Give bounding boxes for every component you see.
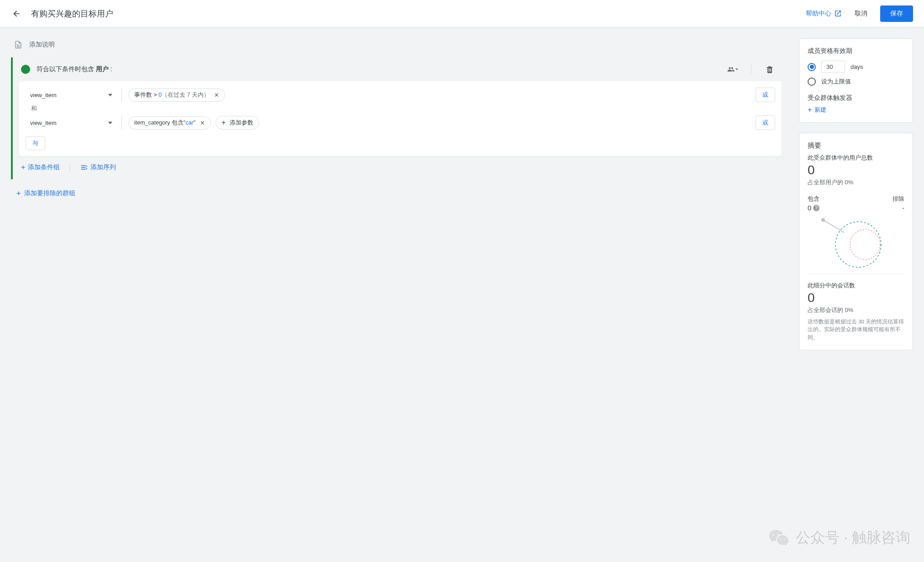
side-column: 成员资格有效期 30 days 设为上限值 受众群体触发器 + 新建 摘要 此受… <box>799 38 913 350</box>
description-row[interactable]: 添加说明 <box>11 38 788 57</box>
exclude-label: 排除 <box>892 195 904 203</box>
exclude-value: - <box>902 204 904 212</box>
summary-card: 摘要 此受众群体中的用户总数 0 占全部用户的 0% 包含 0 ? 排除 - <box>799 133 913 350</box>
and-connector-label: 和 <box>26 104 775 114</box>
condition-chip[interactable]: item_category 包含"car" ✕ <box>128 116 211 130</box>
group-title-suffix: : <box>109 65 112 73</box>
add-parameter-chip[interactable]: + 添加参数 <box>215 116 259 130</box>
membership-title: 成员资格有效期 <box>808 47 904 55</box>
duration-radio-row[interactable]: 30 days <box>808 61 904 73</box>
or-button[interactable]: 或 <box>756 88 775 102</box>
divider <box>70 163 70 172</box>
svg-point-1 <box>821 218 825 222</box>
new-label: 新建 <box>814 106 826 114</box>
include-label: 包含 <box>808 195 819 203</box>
add-exclude-label: 添加要排除的群组 <box>24 189 75 198</box>
add-seq-label: 添加序列 <box>90 163 116 172</box>
add-sequence-link[interactable]: 添加序列 <box>80 163 116 172</box>
users-label: 此受众群体中的用户总数 <box>808 154 904 162</box>
svg-point-3 <box>850 229 880 260</box>
venn-diagram <box>808 212 904 266</box>
add-condition-group-link[interactable]: + 添加条件组 <box>21 163 60 172</box>
users-pct: 占全部用户的 0% <box>808 178 904 187</box>
save-button[interactable]: 保存 <box>880 5 913 22</box>
main-column: 添加说明 符合以下条件时包含 用户 : <box>11 38 788 198</box>
summary-note: 这些数据是根据过去 30 天的情况估算得出的。实际的受众群体规模可能有所不同。 <box>808 318 904 342</box>
include-value-text: 0 <box>808 204 811 212</box>
event-name: view_item <box>30 92 57 99</box>
plus-icon: + <box>21 163 25 172</box>
chip-text: 事件数 > 0（在过去 7 天内） <box>134 91 210 99</box>
event-name: view_item <box>30 120 57 126</box>
group-title-prefix: 符合以下条件时包含 <box>37 65 96 73</box>
include-indicator-icon <box>21 65 30 74</box>
group-title: 符合以下条件时包含 用户 : <box>37 65 112 73</box>
and-button[interactable]: 与 <box>26 136 45 150</box>
event-selector[interactable]: view_item <box>26 88 117 102</box>
divider <box>808 274 904 274</box>
remove-chip-icon[interactable]: ✕ <box>199 120 205 126</box>
include-exclude-row: 包含 0 ? 排除 - <box>808 195 904 212</box>
trigger-title: 受众群体触发器 <box>808 94 904 102</box>
top-bar-right: 帮助中心 取消 保存 <box>806 5 913 22</box>
remove-chip-icon[interactable]: ✕ <box>213 92 219 99</box>
chip-row: 事件数 > 0（在过去 7 天内） ✕ <box>121 88 751 102</box>
group-header-right <box>727 64 777 75</box>
include-value: 0 ? <box>808 204 819 212</box>
plus-icon: + <box>221 119 226 127</box>
radio-selected-icon[interactable] <box>808 63 816 71</box>
summary-title: 摘要 <box>808 141 904 150</box>
or-button[interactable]: 或 <box>756 115 775 130</box>
include-group-panel: 符合以下条件时包含 用户 : view_i <box>11 57 788 179</box>
chevron-down-icon <box>108 93 112 97</box>
sessions-label: 此细分中的会话数 <box>808 281 904 290</box>
help-link-label: 帮助中心 <box>806 10 831 18</box>
group-header-left: 符合以下条件时包含 用户 : <box>21 65 112 74</box>
description-placeholder: 添加说明 <box>29 41 55 49</box>
top-bar-left: 有购买兴趣的目标用户 <box>11 8 113 19</box>
sessions-pct: 占全部会话的 0% <box>808 306 904 314</box>
condition-row: view_item 事件数 > 0（在过去 7 天内） ✕ 或 <box>26 86 775 104</box>
scope-dropdown[interactable] <box>727 64 738 75</box>
svg-line-0 <box>823 220 844 233</box>
condition-chip[interactable]: 事件数 > 0（在过去 7 天内） ✕ <box>128 88 225 102</box>
sequence-icon <box>80 164 88 171</box>
chip-text: item_category 包含"car" <box>134 119 195 127</box>
cancel-button[interactable]: 取消 <box>855 10 867 18</box>
divider <box>751 64 751 74</box>
description-icon <box>14 40 23 49</box>
include-col: 包含 0 ? <box>808 195 819 212</box>
group-header: 符合以下条件时包含 用户 : <box>13 57 788 81</box>
max-label: 设为上限值 <box>821 78 851 86</box>
plus-icon: + <box>808 106 812 114</box>
trash-icon <box>765 65 774 74</box>
add-exclude-group-link[interactable]: + 添加要排除的群组 <box>11 189 788 198</box>
max-radio-row[interactable]: 设为上限值 <box>808 78 904 86</box>
group-footer-actions: + 添加条件组 添加序列 <box>13 156 788 173</box>
group-title-bold: 用户 <box>96 65 109 73</box>
event-selector[interactable]: view_item <box>26 116 117 130</box>
delete-group-button[interactable] <box>764 64 775 75</box>
radio-unselected-icon[interactable] <box>808 78 816 86</box>
new-trigger-link[interactable]: + 新建 <box>808 106 904 114</box>
add-group-label: 添加条件组 <box>28 163 60 172</box>
membership-card: 成员资格有效期 30 days 设为上限值 受众群体触发器 + 新建 <box>799 38 913 123</box>
plus-icon: + <box>16 189 21 198</box>
open-external-icon <box>834 10 842 17</box>
exclude-col: 排除 - <box>892 195 904 212</box>
days-unit: days <box>850 63 863 70</box>
help-icon[interactable]: ? <box>813 205 819 211</box>
top-bar: 有购买兴趣的目标用户 帮助中心 取消 保存 <box>0 0 924 27</box>
back-arrow-icon[interactable] <box>11 8 22 19</box>
condition-row: view_item item_category 包含"car" ✕ + 添加参数 <box>26 114 775 132</box>
conditions-card: view_item 事件数 > 0（在过去 7 天内） ✕ 或 和 view_i… <box>19 81 782 156</box>
help-link[interactable]: 帮助中心 <box>806 10 842 18</box>
users-value: 0 <box>808 163 904 177</box>
svg-point-2 <box>835 222 881 267</box>
days-input[interactable]: 30 <box>821 61 845 73</box>
sessions-value: 0 <box>808 291 904 305</box>
chip-row: item_category 包含"car" ✕ + 添加参数 <box>121 116 751 130</box>
content-area: 添加说明 符合以下条件时包含 用户 : <box>0 27 924 361</box>
page-title: 有购买兴趣的目标用户 <box>31 8 113 19</box>
add-param-label: 添加参数 <box>230 119 253 127</box>
